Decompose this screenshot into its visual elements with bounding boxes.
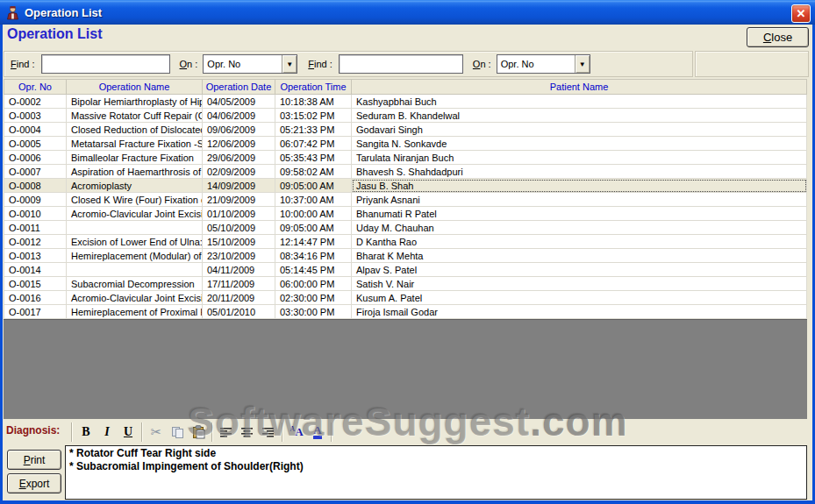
diagnosis-textarea[interactable]: * Rotator Cuff Tear Right side * Subacro… (65, 445, 807, 500)
cell-patient-name[interactable]: Kusum A. Patel (352, 291, 807, 305)
cell-operation-time[interactable]: 09:58:02 AM (275, 165, 352, 179)
export-button[interactable]: Export (7, 473, 61, 493)
cell-operation-time[interactable]: 08:34:16 PM (275, 249, 352, 263)
cell-operation-time[interactable]: 12:14:47 PM (275, 235, 352, 249)
cell-opr-no[interactable]: O-0003 (4, 109, 67, 123)
cell-operation-name[interactable] (67, 221, 203, 235)
cell-patient-name[interactable]: Kashyapbhai Buch (352, 95, 807, 109)
table-row[interactable]: O-0002 Bipolar Hemiarthroplasty of Hip 0… (4, 95, 807, 109)
table-row[interactable]: O-0003 Massive Rotator Cuff Repair (O 04… (4, 109, 807, 123)
cell-operation-time[interactable]: 10:37:00 AM (275, 193, 352, 207)
cell-operation-date[interactable]: 15/10/2009 (203, 235, 275, 249)
cell-operation-name[interactable]: Bimalleolar Fracture Fixation (67, 151, 203, 165)
cell-patient-name[interactable]: Sangita N. Sonkavde (352, 137, 807, 151)
cell-operation-date[interactable]: 02/09/2009 (203, 165, 275, 179)
bold-button[interactable]: B (75, 422, 97, 442)
table-row[interactable]: O-0016 Acromio-Clavicular Joint Excisic … (4, 291, 807, 305)
cell-operation-time[interactable]: 05:14:45 PM (275, 263, 352, 277)
cell-operation-date[interactable]: 09/06/2009 (203, 123, 275, 137)
cell-operation-time[interactable]: 06:00:00 PM (275, 277, 352, 291)
cell-operation-name[interactable] (67, 263, 203, 277)
cell-operation-time[interactable]: 02:30:00 PM (275, 291, 352, 305)
close-window-button[interactable]: ✕ (791, 4, 811, 23)
cell-opr-no[interactable]: O-0008 (4, 179, 67, 193)
cell-patient-name[interactable]: Godavari Singh (352, 123, 807, 137)
table-row[interactable]: O-0017 Hemireplacement of Proximal H 05/… (4, 305, 807, 319)
table-row[interactable]: O-0009 Closed K Wire (Four) Fixation ol … (4, 193, 807, 207)
cell-operation-date[interactable]: 23/10/2009 (203, 249, 275, 263)
cell-operation-time[interactable]: 03:30:00 PM (275, 305, 352, 319)
font-color-button[interactable]: A (307, 422, 328, 442)
paste-button[interactable] (188, 422, 209, 442)
table-row[interactable]: O-0006 Bimalleolar Fracture Fixation 29/… (4, 151, 807, 165)
align-center-button[interactable] (237, 422, 258, 442)
cell-operation-date[interactable]: 04/05/2009 (203, 95, 275, 109)
cell-opr-no[interactable]: O-0009 (4, 193, 67, 207)
cell-opr-no[interactable]: O-0015 (4, 277, 67, 291)
cell-operation-time[interactable]: 03:15:02 PM (275, 109, 352, 123)
cell-patient-name[interactable]: Seduram B. Khandelwal (352, 109, 807, 123)
col-header-patient[interactable]: Patient Name (352, 80, 807, 95)
titlebar[interactable]: Operation List ✕ (0, 0, 815, 25)
table-row[interactable]: O-0012 Excision of Lower End of Ulna: 15… (4, 235, 807, 249)
underline-button[interactable]: U (118, 422, 139, 442)
cell-patient-name[interactable]: Alpav S. Patel (352, 263, 807, 277)
cell-patient-name[interactable]: Bhavesh S. Shahdadpuri (352, 165, 807, 179)
table-row[interactable]: O-0011 05/10/2009 09:05:00 AM Uday M. Ch… (4, 221, 807, 235)
close-button[interactable]: Close (747, 27, 809, 47)
cell-opr-no[interactable]: O-0007 (4, 165, 67, 179)
on2-dropdown[interactable]: Opr. No ▼ (497, 54, 590, 74)
cell-operation-name[interactable]: Hemireplacement (Modular) of F (67, 249, 203, 263)
table-row[interactable]: O-0015 Subacromial Decompression 17/11/2… (4, 277, 807, 291)
on1-dropdown[interactable]: Opr. No ▼ (203, 54, 297, 74)
align-right-button[interactable] (258, 422, 279, 442)
cell-operation-name[interactable]: Aspiration of Haemarthrosis of K (67, 165, 203, 179)
cell-operation-name[interactable]: Hemireplacement of Proximal H (67, 305, 203, 319)
print-button[interactable]: Print (7, 450, 61, 470)
col-header-time[interactable]: Operation Time (275, 80, 352, 95)
cell-opr-no[interactable]: O-0002 (4, 95, 67, 109)
col-header-date[interactable]: Operation Date (203, 80, 275, 95)
font-size-button[interactable]: AA (286, 422, 307, 442)
table-row[interactable]: O-0007 Aspiration of Haemarthrosis of K … (4, 165, 807, 179)
cell-operation-time[interactable]: 10:18:38 AM (275, 95, 352, 109)
cell-patient-name[interactable]: Uday M. Chauhan (352, 221, 807, 235)
cell-operation-date[interactable]: 29/06/2009 (203, 151, 275, 165)
cell-operation-time[interactable]: 09:05:00 AM (275, 221, 352, 235)
cell-operation-name[interactable]: Massive Rotator Cuff Repair (O (67, 109, 203, 123)
cell-operation-name[interactable]: Subacromial Decompression (67, 277, 203, 291)
col-header-opr-no[interactable]: Opr. No (4, 80, 67, 95)
cell-operation-name[interactable]: Closed K Wire (Four) Fixation ol (67, 193, 203, 207)
table-row[interactable]: O-0005 Metatarsal Fracture Fixation -Sir… (4, 137, 807, 151)
cell-operation-name[interactable]: Acromioplasty (67, 179, 203, 193)
cell-opr-no[interactable]: O-0011 (4, 221, 67, 235)
cell-operation-date[interactable]: 14/09/2009 (203, 179, 275, 193)
cell-operation-name[interactable]: Excision of Lower End of Ulna: (67, 235, 203, 249)
cell-operation-time[interactable]: 05:35:43 PM (275, 151, 352, 165)
find2-input[interactable] (339, 54, 463, 74)
cell-opr-no[interactable]: O-0012 (4, 235, 67, 249)
cell-operation-date[interactable]: 05/01/2010 (203, 305, 275, 319)
cell-patient-name[interactable]: Bhanumati R Patel (352, 207, 807, 221)
cell-operation-name[interactable]: Acromio-Clavicular Joint Excisic (67, 207, 203, 221)
copy-button[interactable] (167, 422, 188, 442)
cell-patient-name[interactable]: D Kantha Rao (352, 235, 807, 249)
cell-operation-time[interactable]: 05:21:33 PM (275, 123, 352, 137)
cell-operation-name[interactable]: Closed Reduction of Dislocatec (67, 123, 203, 137)
cell-patient-name[interactable]: Satish V. Nair (352, 277, 807, 291)
cell-patient-name[interactable]: Jasu B. Shah (352, 179, 807, 193)
cell-operation-date[interactable]: 12/06/2009 (203, 137, 275, 151)
table-row[interactable]: O-0013 Hemireplacement (Modular) of F 23… (4, 249, 807, 263)
italic-button[interactable]: I (97, 422, 118, 442)
cell-opr-no[interactable]: O-0006 (4, 151, 67, 165)
table-row[interactable]: O-0004 Closed Reduction of Dislocatec 09… (4, 123, 807, 137)
table-row[interactable]: O-0010 Acromio-Clavicular Joint Excisic … (4, 207, 807, 221)
cell-operation-date[interactable]: 21/09/2009 (203, 193, 275, 207)
cell-opr-no[interactable]: O-0005 (4, 137, 67, 151)
cell-opr-no[interactable]: O-0014 (4, 263, 67, 277)
cell-patient-name[interactable]: Firoja Ismail Godar (352, 305, 807, 319)
cell-patient-name[interactable]: Bharat K Mehta (352, 249, 807, 263)
table-row[interactable]: O-0014 04/11/2009 05:14:45 PM Alpav S. P… (4, 263, 807, 277)
cell-operation-name[interactable]: Acromio-Clavicular Joint Excisic (67, 291, 203, 305)
cell-operation-name[interactable]: Bipolar Hemiarthroplasty of Hip (67, 95, 203, 109)
